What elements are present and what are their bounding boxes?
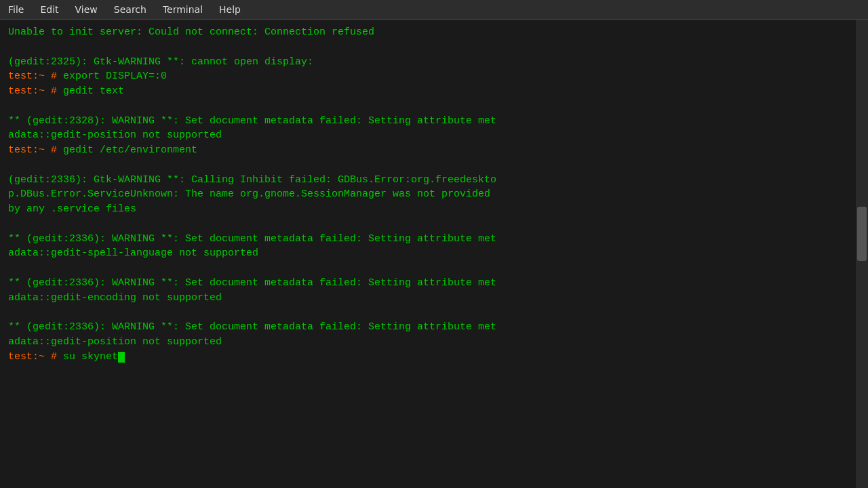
terminal-line: p.DBus.Error.ServiceUnknown: The name or… [8, 187, 860, 202]
menu-help[interactable]: Help [211, 1, 249, 18]
terminal-line: adata::gedit-spell-language not supporte… [8, 246, 860, 261]
terminal-body[interactable]: Unable to init server: Could not connect… [0, 20, 868, 488]
terminal-line: adata::gedit-position not supported [8, 128, 860, 143]
menu-view[interactable]: View [67, 1, 106, 18]
terminal-line: ** (gedit:2336): WARNING **: Set documen… [8, 276, 860, 291]
terminal-line: (gedit:2336): Gtk-WARNING **: Calling In… [8, 173, 860, 188]
terminal-cursor [118, 352, 125, 363]
terminal-prompt-line: test:~ # export DISPLAY=:0 [8, 69, 860, 84]
terminal-line: ** (gedit:2336): WARNING **: Set documen… [8, 232, 860, 247]
scrollbar[interactable] [856, 20, 868, 488]
terminal-line: adata::gedit-encoding not supported [8, 291, 860, 306]
terminal-line: ** (gedit:2328): WARNING **: Set documen… [8, 114, 860, 129]
menu-file[interactable]: File [0, 1, 32, 18]
menu-search[interactable]: Search [106, 1, 155, 18]
terminal-line: Unable to init server: Could not connect… [8, 25, 860, 40]
menu-bar: File Edit View Search Terminal Help [0, 0, 868, 20]
terminal-prompt-line: test:~ # gedit /etc/environment [8, 143, 860, 158]
terminal-output: Unable to init server: Could not connect… [8, 25, 860, 364]
terminal-line: by any .service files [8, 202, 860, 217]
terminal-line: (gedit:2325): Gtk-WARNING **: cannot ope… [8, 55, 860, 70]
scrollbar-thumb[interactable] [857, 207, 867, 261]
terminal-line: adata::gedit-position not supported [8, 335, 860, 350]
menu-terminal[interactable]: Terminal [155, 1, 211, 18]
terminal-line: ** (gedit:2336): WARNING **: Set documen… [8, 320, 860, 335]
menu-edit[interactable]: Edit [32, 1, 66, 18]
terminal-active-line: test:~ # su skynet [8, 350, 860, 365]
terminal-prompt-line: test:~ # gedit text [8, 84, 860, 99]
